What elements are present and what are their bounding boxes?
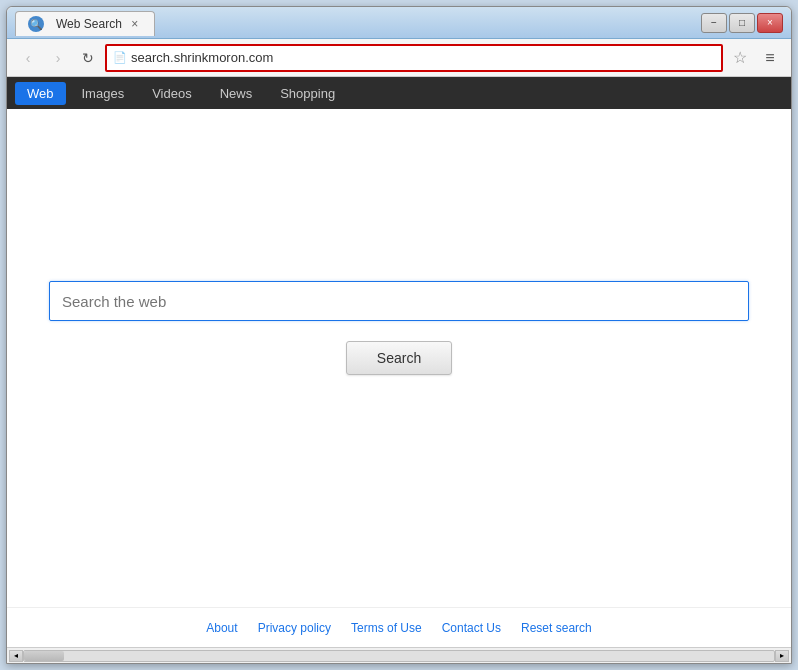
browser-tab[interactable]: 🔍 Web Search × — [15, 11, 155, 36]
address-icon: 📄 — [113, 51, 127, 64]
refresh-button[interactable]: ↻ — [75, 45, 101, 71]
back-button[interactable]: ‹ — [15, 45, 41, 71]
search-tabs-bar: Web Images Videos News Shopping — [7, 77, 791, 109]
window-controls: − □ × — [701, 13, 783, 33]
scroll-left-button[interactable]: ◂ — [9, 650, 23, 662]
title-bar: 🔍 Web Search × − □ × — [7, 7, 791, 39]
tab-icon: 🔍 — [28, 16, 44, 32]
tab-shopping[interactable]: Shopping — [268, 82, 347, 105]
search-box-container: Search — [49, 281, 749, 375]
scrollbar-thumb[interactable] — [24, 651, 64, 661]
scroll-right-button[interactable]: ▸ — [775, 650, 789, 662]
search-button-wrap: Search — [49, 341, 749, 375]
address-bar[interactable] — [131, 50, 715, 65]
tab-news[interactable]: News — [208, 82, 265, 105]
browser-window: 🔍 Web Search × − □ × ‹ › ↻ 📄 ☆ ≡ Web Ima… — [6, 6, 792, 664]
tab-videos[interactable]: Videos — [140, 82, 204, 105]
tab-close-button[interactable]: × — [128, 17, 142, 31]
footer-link-privacy[interactable]: Privacy policy — [258, 621, 331, 635]
nav-bar: ‹ › ↻ 📄 ☆ ≡ — [7, 39, 791, 77]
tab-web[interactable]: Web — [15, 82, 66, 105]
menu-button[interactable]: ≡ — [757, 45, 783, 71]
minimize-button[interactable]: − — [701, 13, 727, 33]
search-input[interactable] — [49, 281, 749, 321]
forward-button[interactable]: › — [45, 45, 71, 71]
main-content: Search — [7, 109, 791, 607]
footer-link-reset[interactable]: Reset search — [521, 621, 592, 635]
scrollbar-track[interactable] — [23, 650, 775, 662]
address-bar-wrap: 📄 — [105, 44, 723, 72]
bookmark-button[interactable]: ☆ — [727, 45, 753, 71]
footer: About Privacy policy Terms of Use Contac… — [7, 607, 791, 647]
scrollbar-area: ◂ ▸ — [7, 647, 791, 663]
footer-link-terms[interactable]: Terms of Use — [351, 621, 422, 635]
footer-link-contact[interactable]: Contact Us — [442, 621, 501, 635]
search-button[interactable]: Search — [346, 341, 452, 375]
tab-label: Web Search — [56, 17, 122, 31]
footer-link-about[interactable]: About — [206, 621, 237, 635]
maximize-button[interactable]: □ — [729, 13, 755, 33]
tab-images[interactable]: Images — [70, 82, 137, 105]
close-button[interactable]: × — [757, 13, 783, 33]
